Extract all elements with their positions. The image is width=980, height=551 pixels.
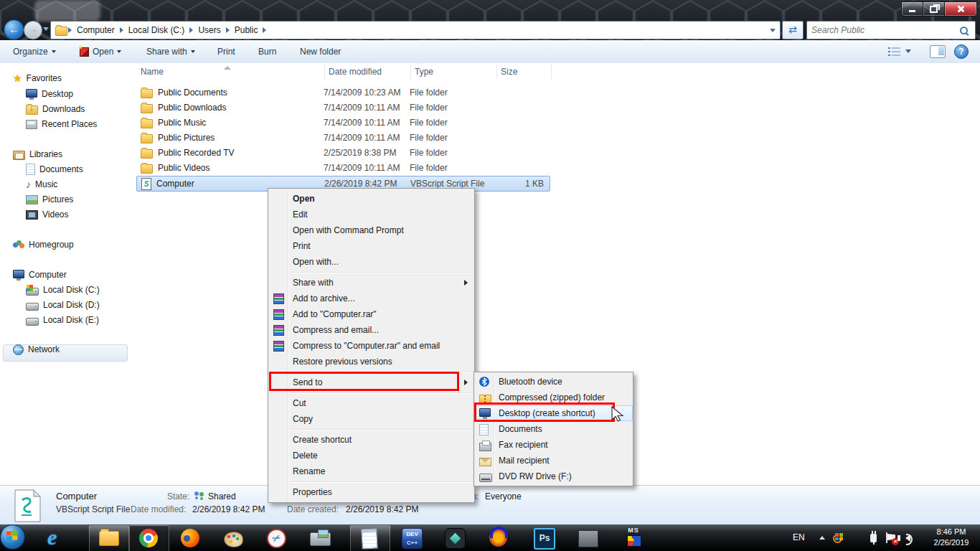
start-button[interactable] <box>0 524 25 550</box>
sendto-item-documents[interactable]: Documents <box>474 421 633 437</box>
language-indicator[interactable]: EN <box>793 532 805 542</box>
taskbar-windows-explorer[interactable] <box>99 527 119 548</box>
sidebar-item-local-disk-d[interactable]: Local Disk (D:) <box>26 298 100 312</box>
sidebar-item-videos[interactable]: Videos <box>26 207 68 222</box>
sidebar-item-favorites[interactable]: ★Favorites <box>13 71 62 85</box>
organize-button[interactable]: Organize <box>7 40 62 63</box>
menu-item-restore-previous-versions[interactable]: Restore previous versions <box>268 354 474 369</box>
file-row-public-documents[interactable]: Public Documents 7/14/2009 10:23 AM File… <box>136 85 549 100</box>
change-view-icon[interactable] <box>888 46 900 56</box>
tray-power[interactable] <box>870 532 877 545</box>
search-box[interactable] <box>806 21 976 39</box>
libraries-icon <box>13 151 25 160</box>
sendto-item-bluetooth-device[interactable]: Bluetooth device <box>474 374 633 390</box>
file-row-public-recorded-tv[interactable]: Public Recorded TV 2/25/2019 8:38 PM Fil… <box>136 145 549 160</box>
open-button[interactable]: Open <box>74 40 127 63</box>
close-button[interactable] <box>944 1 977 17</box>
menu-item-properties[interactable]: Properties <box>268 484 474 500</box>
taskbar-notepad[interactable] <box>362 527 377 551</box>
menu-item-copy[interactable]: Copy <box>268 411 474 427</box>
menu-item-share-with[interactable]: Share with <box>268 275 474 291</box>
taskbar-photo-viewer[interactable] <box>310 528 331 548</box>
taskbar-dev-cpp[interactable] <box>402 528 423 551</box>
sidebar-item-documents[interactable]: Documents <box>26 162 83 176</box>
file-row-public-pictures[interactable]: Public Pictures 7/14/2009 10:11 AM File … <box>136 130 549 145</box>
menu-item-add-to-computer-rar[interactable]: Add to "Computer.rar" <box>268 306 474 322</box>
menu-item-open-with-command-prompt[interactable]: Open with Command Prompt <box>268 222 474 238</box>
taskbar-chrome[interactable] <box>139 529 158 550</box>
file-row-public-music[interactable]: Public Music 7/14/2009 10:11 AM File fol… <box>136 115 549 130</box>
forward-button[interactable]: → <box>24 21 42 39</box>
file-row-public-downloads[interactable]: Public Downloads 7/14/2009 10:11 AM File… <box>136 100 549 115</box>
sidebar-item-libraries[interactable]: Libraries <box>13 147 62 161</box>
help-icon[interactable]: ? <box>954 44 969 59</box>
taskbar-ms-dos[interactable] <box>621 527 646 551</box>
maximize-button[interactable] <box>923 1 946 17</box>
taskbar-filmora[interactable] <box>445 528 466 551</box>
file-row-public-videos[interactable]: Public Videos 7/14/2009 10:11 AM File fo… <box>136 160 549 175</box>
menu-item-open-with[interactable]: Open with... <box>268 254 474 270</box>
sidebar-item-recent-places[interactable]: Recent Places <box>26 117 97 131</box>
menu-item-compress-and-email[interactable]: Compress and email... <box>268 322 474 338</box>
taskbar-paint[interactable] <box>224 529 243 550</box>
column-divider[interactable] <box>551 65 552 79</box>
menu-item-delete[interactable]: Delete <box>268 448 474 463</box>
sidebar-item-desktop[interactable]: Desktop <box>26 87 73 101</box>
views-dropdown-icon[interactable] <box>905 50 911 53</box>
print-button[interactable]: Print <box>212 40 241 63</box>
action-center-flag[interactable]: × <box>887 532 895 542</box>
taskbar-clock[interactable]: 8:46 PM 2/26/2019 <box>925 527 977 548</box>
column-header-type[interactable]: Type <box>415 63 433 80</box>
column-header-name[interactable]: Name <box>141 63 164 80</box>
sidebar-item-pictures[interactable]: Pictures <box>26 192 73 207</box>
show-hidden-icons-button[interactable] <box>819 536 825 540</box>
burn-button[interactable]: Burn <box>253 40 282 63</box>
menu-item-rename[interactable]: Rename <box>268 463 474 479</box>
sidebar-item-computer[interactable]: Computer <box>13 268 67 282</box>
recent-pages-dropdown[interactable] <box>43 27 49 31</box>
menu-item-edit[interactable]: Edit <box>268 207 474 222</box>
column-divider[interactable] <box>324 65 325 79</box>
menu-item-print[interactable]: Print <box>268 238 474 254</box>
back-button[interactable]: ← <box>4 19 24 40</box>
sidebar-item-local-disk-e[interactable]: Local Disk (E:) <box>26 313 99 327</box>
breadcrumb-local-disk-c[interactable]: Local Disk (C:) <box>124 22 189 38</box>
sendto-item-fax-recipient[interactable]: Fax recipient <box>474 437 633 453</box>
taskbar-snipping-tool[interactable] <box>267 529 286 548</box>
column-divider[interactable] <box>496 65 497 79</box>
breadcrumb-users[interactable]: Users <box>194 22 225 38</box>
taskbar-firefox[interactable] <box>181 529 199 550</box>
new-folder-button[interactable]: New folder <box>294 40 347 63</box>
menu-item-add-to-archive[interactable]: Add to archive... <box>268 291 474 306</box>
column-header-size[interactable]: Size <box>501 63 517 80</box>
address-bar[interactable]: Computer Local Disk (C:) Users Public <box>50 21 781 39</box>
menu-item-compress-to-computer-rar-and-email[interactable]: Compress to "Computer.rar" and email <box>268 338 474 354</box>
preview-pane-icon[interactable] <box>930 45 946 58</box>
taskbar-character-map[interactable] <box>578 527 598 550</box>
taskbar-internet-explorer[interactable]: e <box>47 527 57 548</box>
sidebar-item-music[interactable]: ♪Music <box>26 177 57 192</box>
search-input[interactable] <box>807 25 960 35</box>
menu-item-open[interactable]: Open <box>268 191 474 207</box>
refresh-button[interactable]: ⇄ <box>782 21 804 39</box>
column-header-date-modified[interactable]: Date modified <box>329 63 382 80</box>
taskbar-audacity[interactable] <box>489 527 507 549</box>
sidebar-item-downloads[interactable]: ↓Downloads <box>26 102 85 116</box>
breadcrumb-computer[interactable]: Computer <box>72 22 119 38</box>
notepad-icon <box>361 528 377 549</box>
minimize-button[interactable] <box>901 1 924 17</box>
sidebar-item-homegroup[interactable]: Homegroup <box>13 237 74 252</box>
share-with-button[interactable]: Share with <box>141 40 201 63</box>
taskbar-photoshop[interactable] <box>534 528 555 551</box>
tray-windows-update[interactable] <box>835 533 844 541</box>
column-divider[interactable] <box>410 65 411 79</box>
sidebar-item-network[interactable]: Network <box>13 342 60 357</box>
breadcrumb-public[interactable]: Public <box>230 22 263 38</box>
sendto-item-dvd-rw-drive[interactable]: DVD RW Drive (F:) <box>474 468 633 484</box>
sendto-item-mail-recipient[interactable]: Mail recipient <box>474 453 633 468</box>
menu-item-create-shortcut[interactable]: Create shortcut <box>268 432 474 448</box>
tray-volume[interactable] <box>905 532 910 544</box>
menu-item-cut[interactable]: Cut <box>268 395 474 411</box>
address-dropdown-icon[interactable] <box>770 29 776 32</box>
sidebar-item-local-disk-c[interactable]: Local Disk (C:) <box>26 283 100 297</box>
